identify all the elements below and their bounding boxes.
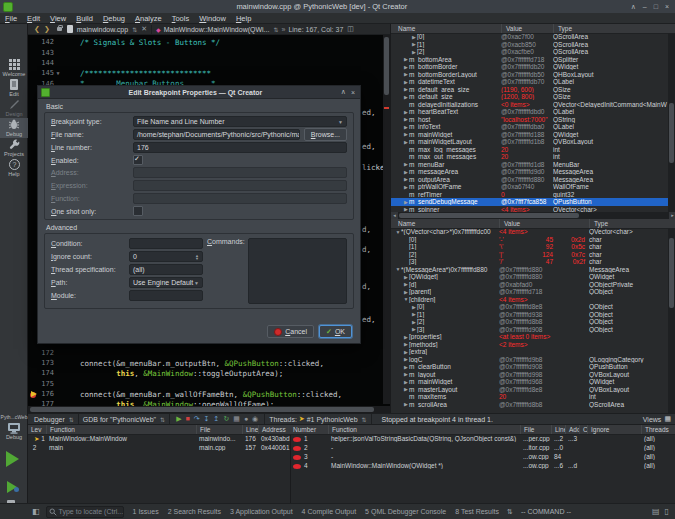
expand-icon[interactable]: ▶: [403, 124, 409, 130]
ok-button[interactable]: ✓ OK: [319, 325, 352, 338]
keyboard-icon[interactable]: ▤: [652, 507, 660, 516]
variable-row[interactable]: m_max_out_messages20int: [391, 153, 669, 161]
column-header-line[interactable]: Line: [242, 425, 258, 434]
commands-textarea[interactable]: [248, 238, 347, 304]
code-line-175[interactable]: 175: [28, 379, 62, 389]
variable-row[interactable]: ▶[2]@0xacfbe0QScrollArea: [391, 48, 669, 56]
enabled-checkbox[interactable]: [133, 155, 143, 165]
module-field[interactable]: [129, 290, 203, 301]
variable-row[interactable]: ▶m_bottomArea@0x7fffffffd718QSplitter: [391, 56, 669, 64]
engine-selector[interactable]: GDB for "PythonicWeb": [83, 416, 156, 423]
engine-dropdown-icon[interactable]: ⇅: [160, 416, 165, 423]
variable-row[interactable]: ▶[1]@0x7fffffffd938QObject: [391, 311, 669, 319]
expand-icon[interactable]: ▶: [403, 64, 409, 70]
variable-row[interactable]: ▶[0]@0xac7f00QScrollArea: [391, 33, 669, 41]
menu-debug[interactable]: Debug: [98, 14, 130, 23]
expand-icon[interactable]: ▼: [395, 229, 401, 235]
expand-icon[interactable]: ▶: [403, 86, 409, 92]
toggle-right-sidebar-icon[interactable]: ▯: [665, 507, 669, 516]
expand-icon[interactable]: ▶: [403, 364, 409, 370]
instruction-icon[interactable]: ▦: [233, 415, 240, 422]
variable-row[interactable]: ▶m_heartBeatText@0x7fffffffdbd0QLabel: [391, 108, 669, 116]
variable-row[interactable]: ▶[parent]@0x7fffffffd718QObject: [391, 288, 669, 296]
variable-row[interactable]: ▶m_host"localhost:7000"QString: [391, 116, 669, 124]
file-name-field[interactable]: /home/stephan/Documents/Pythonic/src/Pyt…: [133, 129, 300, 140]
ignore-count-stepper[interactable]: 0 ▲▼: [129, 251, 203, 262]
path-select[interactable]: Use Engine Default▼: [129, 277, 203, 288]
code-line-145[interactable]: 145▼ /****************************: [28, 68, 211, 78]
variable-row[interactable]: ▶[3]@0x7fffffffd908QObject: [391, 326, 669, 334]
record-icon[interactable]: ●: [244, 415, 248, 422]
output-pane-5[interactable]: 5 QML Debugger Console: [365, 508, 446, 515]
expand-icon[interactable]: ▶: [403, 289, 409, 295]
line-number[interactable]: 142: [28, 38, 54, 46]
column-header-type[interactable]: Type: [589, 219, 675, 228]
line-number[interactable]: 175: [28, 380, 54, 388]
column-header-name[interactable]: Name: [391, 24, 501, 33]
expand-icon[interactable]: ▶: [403, 386, 409, 392]
column-header-value[interactable]: Value: [501, 24, 553, 33]
code-line-142[interactable]: 142 /* Signals & Slots - Buttons */: [28, 37, 220, 47]
maximize-button[interactable]: □: [654, 3, 658, 11]
code-line-143[interactable]: 143: [28, 47, 62, 57]
thread-spec-field[interactable]: (all): [129, 264, 203, 275]
variable-row[interactable]: ▶m_clearButton@0x7fffffffd908QPushButton: [391, 363, 669, 371]
locator-input[interactable]: Type to locate (Ctrl...: [46, 506, 124, 518]
expand-icon[interactable]: ▶: [403, 401, 409, 407]
expand-icon[interactable]: ▶: [403, 131, 409, 137]
variable-row[interactable]: ▶m_messageArea@0x7fffffffd9d0MessageArea: [391, 168, 669, 176]
restart-icon[interactable]: ↻: [223, 415, 229, 422]
variable-row[interactable]: m_max_log_messages20int: [391, 146, 669, 154]
line-number-field[interactable]: 176: [133, 142, 347, 153]
column-header-value[interactable]: Value: [499, 219, 589, 228]
variable-row[interactable]: ▶m_infoText@0x7fffffffdba0QLabel: [391, 123, 669, 131]
sidebar-item-help[interactable]: ?Help: [0, 158, 28, 178]
variable-row[interactable]: ▼*(QVector<char>*)0x7fffffffdc00<4 items…: [391, 228, 669, 236]
fold-marker[interactable]: ▼: [54, 70, 62, 76]
expand-icon[interactable]: ▶: [403, 176, 409, 182]
line-number[interactable]: 174: [28, 369, 54, 377]
variable-row[interactable]: [2]'|'1240x7cchar: [391, 251, 669, 259]
dialog-shade-button[interactable]: ∧: [341, 88, 346, 96]
expand-icon[interactable]: ▶: [411, 49, 417, 55]
variable-row[interactable]: ▼[children]<4 items>: [391, 296, 669, 304]
close-document-icon[interactable]: ✕: [141, 25, 147, 33]
shade-window-button[interactable]: ∧: [631, 3, 636, 11]
line-number[interactable]: 145: [28, 69, 54, 77]
symbol-selector[interactable]: MainWindow::MainWindow(QWi...: [164, 26, 270, 33]
code-line-176[interactable]: 176 connect(&m_menuBar.m_wallOfFameBtn, …: [28, 389, 342, 399]
variable-row[interactable]: ▶m_scrollArea@0x7fffffffd8b8QScrollArea: [391, 401, 669, 409]
line-number[interactable]: 144: [28, 59, 54, 67]
column-header-type[interactable]: Type: [553, 24, 675, 33]
menu-file[interactable]: File: [0, 14, 22, 23]
variable-row[interactable]: ▶[extra]: [391, 348, 669, 356]
variable-row[interactable]: m_refTimer0quint32: [391, 191, 669, 199]
step-out-icon[interactable]: ↥: [214, 415, 220, 422]
code-line-144[interactable]: 144: [28, 58, 62, 68]
output-panes-dropdown-icon[interactable]: ⇅: [507, 508, 513, 516]
line-number[interactable]: 143: [28, 49, 54, 57]
breakpoint-type-select[interactable]: File Name and Line Number▼: [133, 116, 347, 127]
menu-help[interactable]: Help: [231, 14, 256, 23]
expand-icon[interactable]: ▶: [403, 356, 409, 362]
breakpoint-row[interactable]: 1helper::jsonValToStringBasicData(QStrin…: [290, 434, 675, 443]
toggle-left-sidebar-icon[interactable]: ◧: [32, 507, 40, 516]
spinner-arrows-icon[interactable]: ▲▼: [195, 254, 199, 260]
expand-icon[interactable]: ▶: [411, 326, 417, 332]
column-header-add[interactable]: Add: [565, 425, 579, 434]
variable-row[interactable]: ▶[methods]<2 items>: [391, 341, 669, 349]
menu-analyze[interactable]: Analyze: [130, 14, 167, 23]
variable-row[interactable]: [3]'/'470x2fchar: [391, 258, 669, 266]
thread-dropdown-icon[interactable]: ⇅: [362, 416, 367, 423]
expand-icon[interactable]: ▶: [403, 71, 409, 77]
expand-icon[interactable]: ▶: [403, 109, 409, 115]
code-line-172[interactable]: 172: [28, 348, 62, 358]
views-button[interactable]: Views ▦: [643, 415, 671, 423]
variable-row[interactable]: ▶[d]@0xabfad0QObjectPrivate: [391, 281, 669, 289]
condition-field[interactable]: [129, 238, 203, 249]
go-back-icon[interactable]: ❮: [34, 25, 40, 33]
document-dropdown-icon[interactable]: ⇅: [132, 26, 137, 33]
stack-frame-row[interactable]: 2mainmain.cpp1570x440061: [28, 443, 290, 452]
variable-row[interactable]: m_maxItems20int: [391, 393, 669, 401]
go-forward-icon[interactable]: ❯: [44, 25, 50, 33]
